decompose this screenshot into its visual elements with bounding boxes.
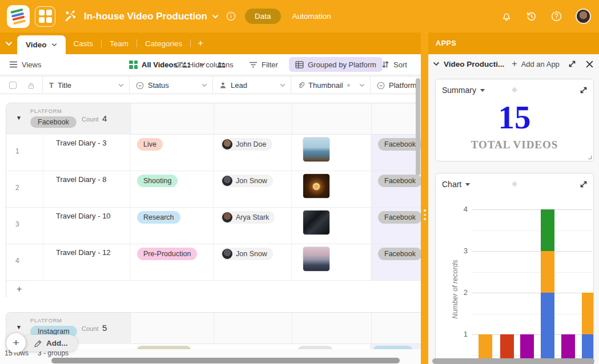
- row-header-cell: [0, 76, 43, 94]
- title-chevron-down-icon[interactable]: [212, 14, 219, 19]
- app-group-name[interactable]: Video Producti...: [444, 60, 504, 68]
- column-header-platform[interactable]: Platform: [371, 76, 421, 94]
- add-app-plus-icon[interactable]: +: [512, 59, 517, 69]
- row-number: 2: [15, 184, 19, 192]
- add-record-fab[interactable]: +: [6, 333, 26, 353]
- table-row[interactable]: 2 Travel Diary - 8 Shooting Jon Snow Fac…: [6, 171, 421, 208]
- lead-name: Arya Stark: [236, 213, 269, 221]
- expand-app-icon[interactable]: [580, 86, 588, 94]
- cell-title[interactable]: Travel Diary - 12: [56, 248, 111, 257]
- platform-chip: Facebook: [378, 248, 421, 260]
- summary-app-label[interactable]: Summary: [442, 86, 476, 95]
- lead-pill: Arya Stark: [220, 211, 275, 224]
- gridline: [472, 209, 592, 210]
- nav-automation-button[interactable]: Automation: [286, 9, 338, 24]
- column-header-thumbnail[interactable]: Thumbnail: [291, 76, 371, 94]
- cell-title[interactable]: Travel Diary - 3: [56, 139, 106, 147]
- summary-menu-chevron-icon[interactable]: [480, 88, 485, 92]
- y-tick-label: 3: [454, 246, 468, 255]
- user-avatar[interactable]: [576, 9, 591, 24]
- nav-data-button[interactable]: Data: [245, 9, 281, 24]
- resize-handle[interactable]: [588, 156, 592, 159]
- filter-button[interactable]: Filter: [249, 54, 278, 75]
- column-header-lead[interactable]: Lead: [213, 76, 291, 94]
- group-count-value: 5: [102, 323, 107, 333]
- group-value-chip: Facebook: [30, 116, 77, 128]
- collapse-chevron-down-icon[interactable]: [433, 62, 440, 66]
- app-logo-icon[interactable]: [7, 5, 30, 28]
- platform-chip: Facebook: [378, 138, 421, 151]
- eye-off-icon: [175, 60, 184, 69]
- add-an-app-button[interactable]: Add an App: [521, 60, 560, 68]
- lead-pill: Jon Snow: [220, 175, 273, 187]
- info-icon[interactable]: [226, 11, 236, 21]
- history-icon[interactable]: [525, 10, 537, 22]
- add-table-button[interactable]: +: [191, 33, 210, 54]
- chart-bar-segment: [541, 251, 554, 293]
- summary-value: 15: [436, 101, 593, 134]
- add-row-button[interactable]: +: [6, 281, 421, 297]
- table-row[interactable]: 3 Travel Diary - 10 Research Arya Stark …: [6, 208, 421, 244]
- thumbnail-image[interactable]: [303, 173, 330, 199]
- pencil-icon: [34, 339, 42, 347]
- tab-team[interactable]: Team: [102, 33, 136, 54]
- table-row[interactable]: 1 Travel Diary - 3 Live John Doe Faceboo…: [6, 135, 421, 171]
- app-window: In-house Video Production Data Automatio…: [0, 0, 599, 364]
- sort-icon: [381, 60, 389, 68]
- drag-handle-icon[interactable]: [512, 87, 517, 93]
- tables-chevron-down-icon[interactable]: [0, 33, 17, 54]
- lead-pill: John Doe: [220, 138, 272, 151]
- notifications-bell-icon[interactable]: [501, 11, 512, 22]
- horizontal-scrollbar[interactable]: [51, 358, 400, 363]
- expand-panel-icon[interactable]: [568, 60, 576, 68]
- lead-avatar: [222, 249, 232, 259]
- grid-area: Video Casts Team Categories + Views All …: [0, 33, 421, 364]
- hide-columns-button[interactable]: Hide columns: [175, 54, 234, 75]
- single-select-icon: [377, 82, 385, 90]
- table-row[interactable]: 4 Travel Diary - 12 Pre-Production Jon S…: [6, 244, 421, 281]
- panel-horizontal-scrollbar[interactable]: [432, 358, 594, 364]
- column-menu-chevron-icon: [118, 83, 124, 87]
- tools-icon: [64, 10, 77, 23]
- collapse-triangle-icon[interactable]: ▼: [16, 324, 22, 330]
- group-count-label: Count: [82, 325, 98, 332]
- top-bar: In-house Video Production Data Automatio…: [0, 0, 599, 33]
- lead-avatar: [222, 176, 232, 186]
- column-header-title[interactable]: T Title: [43, 76, 130, 94]
- lead-name: John Doe: [236, 140, 267, 148]
- grouped-by-button[interactable]: Grouped by Platform: [289, 57, 383, 72]
- close-panel-icon[interactable]: [586, 60, 593, 68]
- base-title[interactable]: In-house Video Production: [84, 11, 207, 22]
- row-number: 3: [15, 220, 19, 228]
- lead-pill: Jon Snow: [220, 248, 273, 260]
- tab-video[interactable]: Video: [17, 35, 66, 54]
- column-header-status[interactable]: Status: [130, 76, 213, 94]
- base-grid-icon[interactable]: [35, 6, 55, 27]
- paperclip-icon: [298, 82, 304, 90]
- lead-name: Jon Snow: [236, 177, 267, 185]
- status-chip: Pre-Production: [137, 248, 197, 260]
- chart-bar-segment: [582, 293, 594, 334]
- cell-title[interactable]: Travel Diary - 8: [56, 175, 106, 184]
- cell-title[interactable]: Travel Diary - 10: [56, 212, 111, 220]
- column-menu-chevron-icon: [359, 83, 365, 87]
- platform-chip: Facebook: [378, 175, 421, 187]
- thumbnail-image[interactable]: [303, 210, 330, 235]
- views-button[interactable]: Views: [9, 54, 41, 75]
- thumbnail-image[interactable]: [303, 137, 330, 162]
- select-all-checkbox[interactable]: [9, 82, 17, 89]
- gridline: [472, 293, 592, 293]
- group-facebook-header[interactable]: ▼ PLATFORM Facebook Count 4: [6, 103, 421, 135]
- panel-splitter[interactable]: [421, 33, 428, 364]
- group-facebook-rows: 1 Travel Diary - 3 Live John Doe Faceboo…: [6, 135, 421, 281]
- help-icon[interactable]: [550, 10, 562, 22]
- collapse-triangle-icon[interactable]: ▼: [16, 115, 22, 121]
- tab-casts[interactable]: Casts: [66, 33, 102, 54]
- tab-categories[interactable]: Categories: [137, 33, 190, 54]
- sort-button[interactable]: Sort: [381, 54, 407, 75]
- menu-icon: [9, 61, 18, 68]
- vertical-scrollbar[interactable]: [416, 78, 420, 175]
- thumbnail-image[interactable]: [303, 246, 330, 272]
- y-tick-label: 2: [454, 288, 468, 297]
- add-record-pill[interactable]: Add...: [22, 335, 78, 351]
